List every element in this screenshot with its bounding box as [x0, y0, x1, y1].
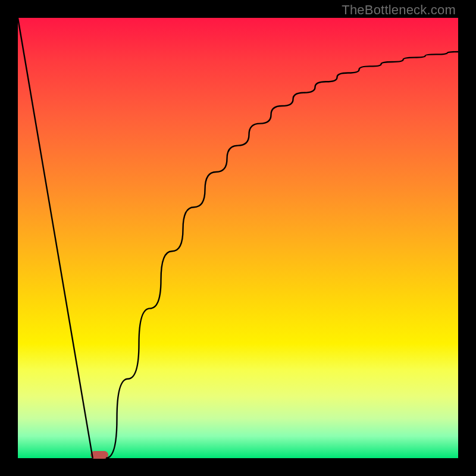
right-curve-path [106, 52, 458, 458]
chart-frame: TheBottleneck.com [0, 0, 476, 476]
left-ramp-path [18, 18, 93, 458]
watermark-text: TheBottleneck.com [342, 2, 456, 18]
plot-area [18, 18, 458, 458]
curve-svg [18, 18, 458, 458]
